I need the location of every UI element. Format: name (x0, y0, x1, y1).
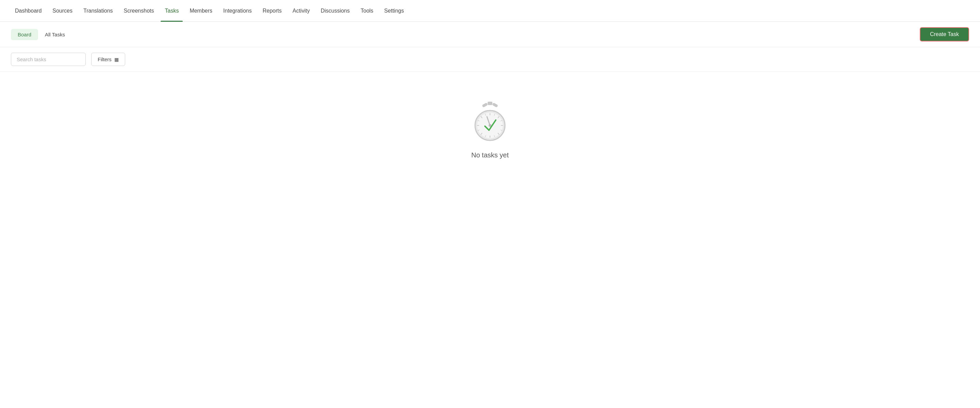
nav-item-translations[interactable]: Translations (79, 0, 117, 22)
svg-rect-1 (482, 103, 488, 108)
board-view-button[interactable]: Board (11, 29, 38, 40)
search-filter-bar: Filters ▦ (0, 47, 980, 72)
nav-item-dashboard[interactable]: Dashboard (11, 0, 46, 22)
nav-item-activity[interactable]: Activity (288, 0, 314, 22)
nav-item-reports[interactable]: Reports (259, 0, 286, 22)
empty-state-message: No tasks yet (471, 151, 509, 159)
filters-label: Filters (98, 56, 111, 62)
filters-button[interactable]: Filters ▦ (91, 53, 125, 66)
top-navigation: Dashboard Sources Translations Screensho… (0, 0, 980, 22)
all-tasks-view-button[interactable]: All Tasks (43, 29, 66, 40)
stopwatch-icon (468, 99, 512, 143)
nav-item-integrations[interactable]: Integrations (219, 0, 256, 22)
nav-item-settings[interactable]: Settings (380, 0, 408, 22)
sub-header: Board All Tasks Create Task (0, 22, 980, 47)
nav-item-screenshots[interactable]: Screenshots (120, 0, 158, 22)
svg-rect-0 (488, 102, 492, 105)
filter-icon: ▦ (115, 57, 119, 62)
svg-rect-2 (492, 103, 498, 108)
view-toggle-group: Board All Tasks (11, 29, 66, 40)
create-task-button[interactable]: Create Task (920, 27, 969, 41)
search-input[interactable] (11, 53, 86, 66)
nav-item-sources[interactable]: Sources (48, 0, 76, 22)
nav-item-members[interactable]: Members (185, 0, 216, 22)
nav-item-tasks[interactable]: Tasks (161, 0, 183, 22)
nav-item-tools[interactable]: Tools (356, 0, 377, 22)
empty-state: No tasks yet (0, 72, 980, 173)
nav-item-discussions[interactable]: Discussions (317, 0, 353, 22)
